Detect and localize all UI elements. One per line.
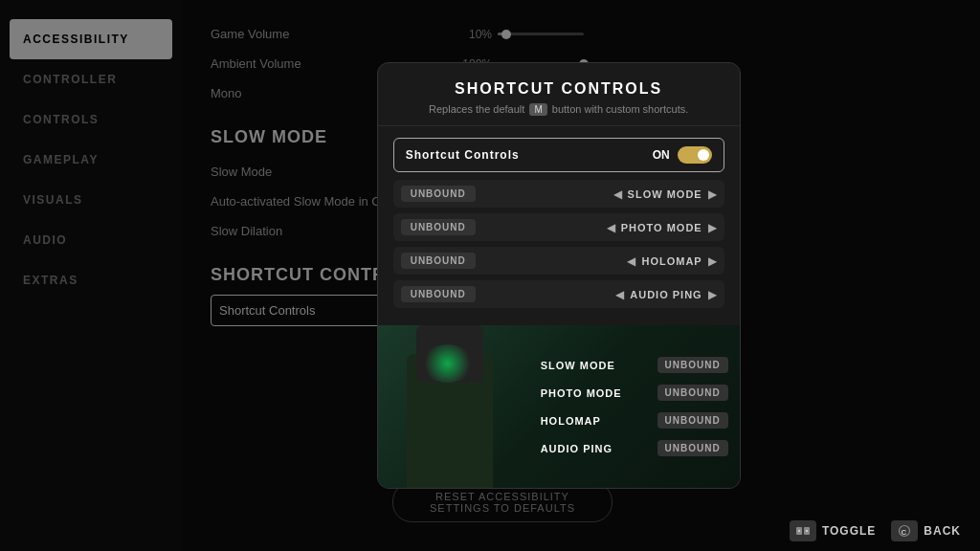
- shortcut-toggle-row[interactable]: Shortcut Controls ON: [393, 138, 724, 172]
- overlay-labels: SLOW MODE UNBOUND PHOTO MODE UNBOUND HOL…: [529, 325, 740, 488]
- game-preview-image: SLOW MODE UNBOUND PHOTO MODE UNBOUND HOL…: [378, 325, 740, 488]
- binding-row-photo-mode[interactable]: UNBOUND ◀ PHOTO MODE ▶: [393, 213, 724, 241]
- toggle-button[interactable]: TOGGLE: [790, 520, 876, 541]
- binding-row-slow-mode[interactable]: UNBOUND ◀ SLOW MODE ▶: [393, 180, 724, 208]
- shortcut-name-slow-mode: SLOW MODE: [628, 188, 702, 200]
- modal-body: Shortcut Controls ON UNBOUND ◀ SLOW MODE…: [378, 126, 740, 325]
- arrow-left-holomap[interactable]: ◀: [627, 254, 635, 268]
- arrow-left-photo-mode[interactable]: ◀: [607, 221, 615, 234]
- arrow-right-slow-mode[interactable]: ▶: [708, 187, 717, 201]
- unbound-badge-audio-ping: UNBOUND: [401, 286, 476, 302]
- modal-title: SHORTCUT CONTROLS: [397, 80, 721, 98]
- svg-rect-2: [798, 530, 800, 532]
- sc-toggle-label: Shortcut Controls: [406, 148, 520, 162]
- overlay-slow-mode: SLOW MODE UNBOUND: [541, 357, 728, 373]
- bottom-bar: TOGGLE C BACK: [790, 520, 961, 541]
- shortcut-name-photo-mode: PHOTO MODE: [621, 222, 702, 233]
- binding-row-audio-ping[interactable]: UNBOUND ◀ AUDIO PING ▶: [393, 280, 724, 308]
- unbound-badge-photo-mode: UNBOUND: [401, 219, 476, 235]
- character-silhouette: [388, 335, 512, 488]
- arrow-left-audio-ping[interactable]: ◀: [615, 288, 624, 301]
- shortcut-controls-modal: SHORTCUT CONTROLS Replaces the default M…: [377, 62, 741, 489]
- arrow-right-photo-mode[interactable]: ▶: [708, 221, 717, 234]
- back-icon: C: [891, 520, 918, 541]
- m-key-badge: M: [529, 103, 546, 116]
- shortcut-name-audio-ping: AUDIO PING: [630, 289, 702, 300]
- modal-subtitle: Replaces the default M button with custo…: [397, 103, 721, 116]
- sc-on-text: ON: [653, 148, 670, 162]
- unbound-badge-holomap: UNBOUND: [401, 253, 476, 269]
- svg-text:C: C: [902, 528, 908, 537]
- overlay-photo-mode: PHOTO MODE UNBOUND: [541, 385, 728, 401]
- arrow-left-slow-mode[interactable]: ◀: [613, 187, 622, 201]
- unbound-badge-slow-mode: UNBOUND: [401, 186, 476, 202]
- svg-rect-3: [806, 530, 808, 532]
- arrow-right-holomap[interactable]: ▶: [708, 254, 717, 268]
- arrow-right-audio-ping[interactable]: ▶: [708, 288, 717, 301]
- back-button[interactable]: C BACK: [891, 520, 961, 541]
- binding-row-holomap[interactable]: UNBOUND ◀ HOLOMAP ▶: [393, 247, 724, 275]
- shortcut-name-holomap: HOLOMAP: [641, 255, 702, 267]
- modal-header: SHORTCUT CONTROLS Replaces the default M…: [378, 63, 740, 126]
- toggle-switch[interactable]: [678, 146, 712, 164]
- overlay-audio-ping: AUDIO PING UNBOUND: [541, 440, 728, 456]
- toggle-icon: [790, 520, 816, 541]
- overlay-holomap: HOLOMAP UNBOUND: [541, 412, 728, 429]
